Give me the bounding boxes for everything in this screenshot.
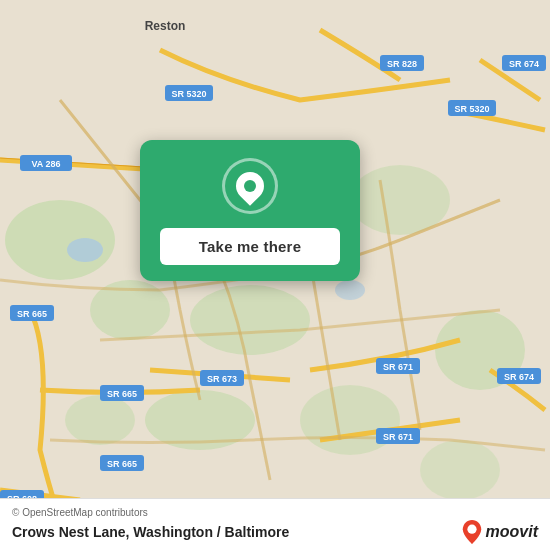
svg-text:SR 671: SR 671 <box>383 362 413 372</box>
svg-text:SR 665: SR 665 <box>17 309 47 319</box>
map-attribution: © OpenStreetMap contributors <box>12 507 538 518</box>
svg-point-10 <box>67 238 103 262</box>
svg-text:VA 286: VA 286 <box>31 159 60 169</box>
svg-text:SR 674: SR 674 <box>504 372 534 382</box>
moovit-logo-text: moovit <box>486 523 538 541</box>
location-pin-icon <box>230 166 270 206</box>
svg-point-39 <box>467 525 476 534</box>
take-me-there-button[interactable]: Take me there <box>160 228 340 265</box>
svg-text:SR 671: SR 671 <box>383 432 413 442</box>
svg-point-9 <box>420 440 500 500</box>
svg-text:SR 5320: SR 5320 <box>171 89 206 99</box>
svg-point-3 <box>190 285 310 355</box>
svg-text:SR 5320: SR 5320 <box>454 104 489 114</box>
location-icon-wrapper <box>222 158 278 214</box>
svg-text:SR 673: SR 673 <box>207 374 237 384</box>
svg-text:SR 665: SR 665 <box>107 389 137 399</box>
svg-point-7 <box>300 385 400 455</box>
bottom-bar: © OpenStreetMap contributors Crows Nest … <box>0 498 550 550</box>
svg-text:Reston: Reston <box>145 19 186 33</box>
location-name: Crows Nest Lane, Washington / Baltimore <box>12 524 289 540</box>
map-container: VA 286 Reston SR 828 SR 5320 SR 5320 SR … <box>0 0 550 550</box>
svg-point-1 <box>5 200 115 280</box>
moovit-logo: moovit <box>462 520 538 544</box>
navigation-card: Take me there <box>140 140 360 281</box>
moovit-pin-icon <box>462 520 482 544</box>
svg-text:SR 665: SR 665 <box>107 459 137 469</box>
svg-point-11 <box>335 280 365 300</box>
svg-text:SR 674: SR 674 <box>509 59 539 69</box>
svg-text:SR 828: SR 828 <box>387 59 417 69</box>
location-info: Crows Nest Lane, Washington / Baltimore … <box>12 520 538 544</box>
svg-point-8 <box>65 395 135 445</box>
